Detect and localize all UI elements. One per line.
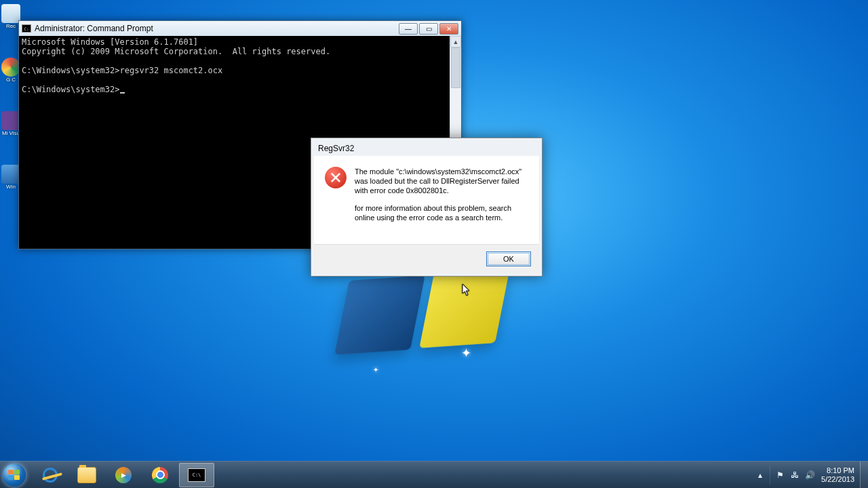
desktop-icon-label: Mi Visu bbox=[2, 130, 20, 136]
taskbar[interactable]: ▴ ⚑ 🖧 🔊 8:10 PM 5/22/2013 bbox=[0, 461, 868, 488]
system-tray[interactable]: ▴ ⚑ 🖧 🔊 8:10 PM 5/22/2013 bbox=[753, 462, 868, 488]
clock-date: 5/22/2013 bbox=[821, 475, 854, 484]
ie-icon bbox=[43, 468, 58, 483]
regsvr32-dialog[interactable]: RegSvr32 The module "c:\windows\system32… bbox=[311, 138, 542, 277]
taskbar-media-player[interactable] bbox=[106, 463, 141, 487]
chrome-icon bbox=[152, 467, 168, 483]
cmd-output: Microsoft Windows [Version 6.1.7601] Cop… bbox=[19, 36, 461, 96]
desktop-icon-label: G C bbox=[6, 77, 16, 83]
desktop-icon-label: Win bbox=[6, 184, 16, 190]
volume-icon[interactable]: 🔊 bbox=[804, 469, 816, 481]
media-player-icon bbox=[115, 467, 132, 483]
show-hidden-icons[interactable]: ▴ bbox=[754, 469, 766, 481]
ok-button[interactable]: OK bbox=[486, 251, 531, 266]
taskbar-explorer[interactable] bbox=[69, 463, 104, 487]
dialog-message: The module "c:\windows\system32\mscomct2… bbox=[355, 167, 528, 230]
desktop-icon-recycle-bin[interactable]: Rec bbox=[1, 4, 20, 29]
folder-icon bbox=[77, 467, 96, 483]
desktop-icon-chrome[interactable]: G C bbox=[1, 58, 20, 83]
taskbar-chrome[interactable] bbox=[142, 463, 178, 487]
clock[interactable]: 8:10 PM 5/22/2013 bbox=[817, 466, 860, 484]
error-icon bbox=[325, 167, 347, 188]
action-center-icon[interactable]: ⚑ bbox=[774, 469, 786, 481]
show-desktop-button[interactable] bbox=[860, 462, 868, 489]
desktop-icon-visual-studio[interactable]: Mi Visu bbox=[1, 111, 20, 136]
mouse-cursor-icon bbox=[462, 283, 471, 297]
start-button[interactable] bbox=[0, 462, 28, 489]
cmd-title: Administrator: Command Prompt bbox=[35, 24, 399, 33]
scroll-up-arrow-icon[interactable]: ▲ bbox=[450, 36, 461, 47]
close-button[interactable]: ✕ bbox=[439, 23, 458, 35]
cmd-titlebar[interactable]: Administrator: Command Prompt — ▭ ✕ bbox=[19, 21, 461, 36]
cmd-taskbar-icon bbox=[188, 468, 205, 482]
maximize-button[interactable]: ▭ bbox=[419, 23, 438, 35]
minimize-button[interactable]: — bbox=[399, 23, 418, 35]
cmd-icon bbox=[22, 24, 31, 33]
scroll-thumb[interactable] bbox=[451, 47, 460, 88]
clock-time: 8:10 PM bbox=[821, 466, 854, 475]
windows-logo-icon bbox=[8, 470, 20, 481]
taskbar-cmd[interactable] bbox=[179, 463, 214, 487]
desktop-icon-windows-live[interactable]: Win bbox=[1, 165, 20, 190]
desktop-icon-label: Rec bbox=[6, 23, 16, 29]
cmd-cursor bbox=[120, 92, 125, 94]
taskbar-ie[interactable] bbox=[33, 463, 68, 487]
network-icon[interactable]: 🖧 bbox=[789, 469, 801, 481]
dialog-title[interactable]: RegSvr32 bbox=[314, 141, 539, 156]
